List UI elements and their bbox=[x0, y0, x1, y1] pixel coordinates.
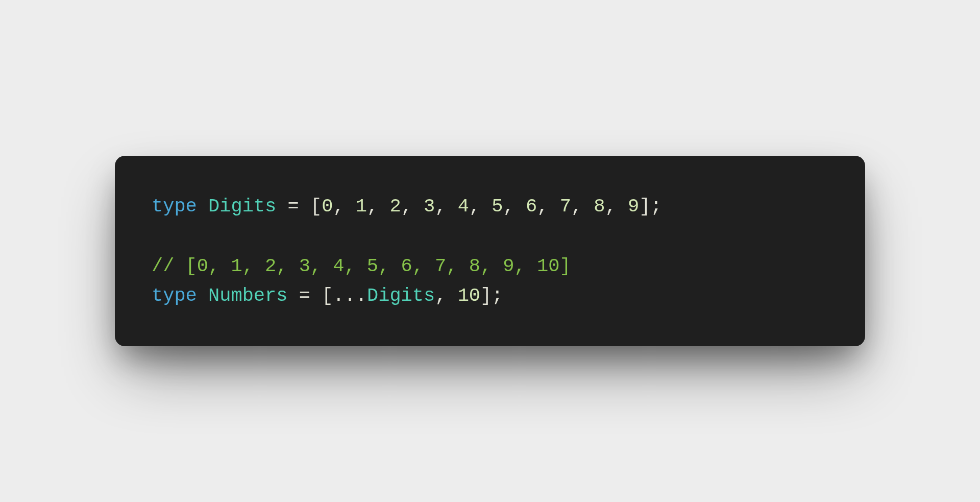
code-line: // [0, 1, 2, 3, 4, 5, 6, 7, 8, 9, 10] bbox=[152, 255, 571, 277]
code-token bbox=[287, 285, 299, 306]
code-token: Digits bbox=[367, 285, 435, 306]
code-token bbox=[197, 196, 208, 217]
code-card: type Digits = [0, 1, 2, 3, 4, 5, 6, 7, 8… bbox=[115, 156, 865, 347]
code-token: 6 bbox=[526, 196, 537, 217]
code-token: 2 bbox=[389, 196, 401, 217]
code-token: Digits bbox=[208, 196, 276, 217]
code-token: 9 bbox=[628, 196, 639, 217]
code-token: = bbox=[299, 285, 310, 306]
code-token: , bbox=[503, 196, 526, 217]
code-token bbox=[299, 196, 310, 217]
code-token: 4 bbox=[458, 196, 469, 217]
code-token bbox=[276, 196, 287, 217]
code-token bbox=[197, 285, 208, 306]
code-token: 7 bbox=[560, 196, 571, 217]
code-token: 1 bbox=[356, 196, 367, 217]
code-token bbox=[310, 285, 322, 306]
code-block: type Digits = [0, 1, 2, 3, 4, 5, 6, 7, 8… bbox=[152, 192, 828, 311]
code-token: 8 bbox=[594, 196, 605, 217]
code-token: , bbox=[537, 196, 559, 217]
code-token: Numbers bbox=[208, 285, 287, 306]
code-line bbox=[152, 225, 163, 247]
code-token: // [0, 1, 2, 3, 4, 5, 6, 7, 8, 9, 10] bbox=[152, 255, 571, 277]
code-token bbox=[152, 225, 163, 247]
code-line: type Digits = [0, 1, 2, 3, 4, 5, 6, 7, 8… bbox=[152, 196, 662, 217]
code-token: ]; bbox=[480, 285, 503, 306]
code-line: type Numbers = [...Digits, 10]; bbox=[152, 285, 503, 306]
stage: type Digits = [0, 1, 2, 3, 4, 5, 6, 7, 8… bbox=[0, 0, 980, 502]
code-token: , bbox=[367, 196, 389, 217]
code-token: type bbox=[152, 196, 197, 217]
code-token: 10 bbox=[458, 285, 480, 306]
code-token: , bbox=[435, 196, 457, 217]
code-token: 5 bbox=[492, 196, 503, 217]
code-token: , bbox=[401, 196, 424, 217]
code-token: , bbox=[469, 196, 492, 217]
code-token: , bbox=[435, 285, 457, 306]
code-token: type bbox=[152, 285, 197, 306]
code-token: ]; bbox=[639, 196, 662, 217]
code-token: , bbox=[333, 196, 355, 217]
code-token: [... bbox=[322, 285, 367, 306]
code-token: 3 bbox=[424, 196, 435, 217]
code-token: , bbox=[571, 196, 594, 217]
code-token: , bbox=[605, 196, 628, 217]
code-token: = bbox=[288, 196, 299, 217]
code-token: [ bbox=[310, 196, 322, 217]
code-token: 0 bbox=[322, 196, 333, 217]
